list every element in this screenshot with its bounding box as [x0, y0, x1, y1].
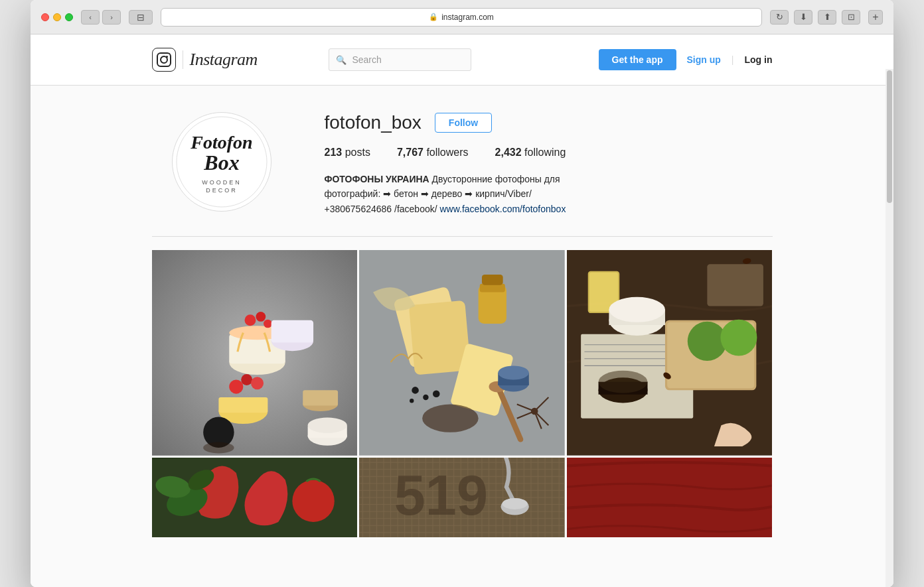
profile-username: fotofon_box	[325, 112, 422, 133]
svg-rect-33	[482, 275, 503, 285]
instagram-wordmark: Instagram	[190, 50, 258, 70]
svg-text:Fotofon: Fotofon	[190, 132, 252, 153]
nav-divider: |	[732, 54, 734, 65]
svg-point-71	[292, 480, 334, 521]
grid-item-2[interactable]	[359, 250, 565, 456]
svg-point-11	[256, 312, 266, 322]
instagram-logo-graphic	[157, 52, 171, 67]
nav-buttons: ‹ ›	[81, 10, 121, 25]
svg-point-38	[410, 399, 414, 403]
get-app-button[interactable]: Get the app	[599, 49, 676, 70]
close-button[interactable]	[41, 13, 49, 21]
profile-info: fotofon_box Follow 213 posts 7,767 follo…	[325, 112, 773, 216]
ig-navbar: Instagram 🔍 Get the app Sign up |	[31, 34, 893, 86]
svg-point-36	[423, 395, 428, 400]
browser-controls-right: ↻ ⬇ ⬆ ⊡ +	[770, 10, 883, 25]
follow-button[interactable]: Follow	[435, 113, 492, 133]
followers-stat: 7,767 followers	[397, 147, 469, 159]
logo-divider	[183, 50, 183, 69]
tab-button[interactable]: ⊟	[129, 10, 153, 25]
search-icon: 🔍	[336, 55, 346, 65]
svg-point-21	[251, 377, 264, 389]
following-stat: 2,432 following	[495, 147, 566, 159]
bio-link[interactable]: www.facebook.com/fotofonbox	[440, 204, 566, 214]
svg-point-12	[264, 320, 272, 328]
ig-nav-actions: Get the app Sign up | Log in	[599, 49, 773, 70]
reload-button[interactable]: ↻	[770, 10, 789, 25]
signup-link[interactable]: Sign up	[687, 54, 721, 65]
svg-point-19	[229, 380, 243, 394]
svg-point-78	[502, 498, 528, 509]
browser-titlebar: ‹ › ⊟ 🔒 instagram.com ↻ ⬇ ⬆ ⊡ +	[31, 0, 893, 34]
posts-stat: 213 posts	[325, 147, 370, 159]
address-bar[interactable]: 🔒 instagram.com	[161, 8, 762, 27]
lock-icon: 🔒	[429, 13, 438, 21]
grid-item-5[interactable]: 519	[359, 458, 565, 537]
svg-point-39	[531, 408, 538, 415]
profile-avatar: Fotofon Box WOODEN DECOR	[172, 112, 271, 212]
instagram-content: Instagram 🔍 Get the app Sign up |	[31, 34, 893, 587]
svg-point-10	[244, 314, 256, 326]
profile-header: fotofon_box Follow	[325, 112, 773, 133]
svg-point-37	[433, 391, 440, 398]
svg-point-59	[720, 320, 757, 356]
traffic-lights	[41, 13, 73, 21]
minimize-button[interactable]	[53, 13, 61, 21]
bio-line3: +380675624686 /facebook/ www.facebook.co…	[325, 202, 643, 216]
instagram-icon	[152, 48, 176, 72]
download-button[interactable]: ⬇	[794, 10, 812, 25]
svg-point-23	[203, 442, 234, 454]
share-button[interactable]: ⬆	[818, 10, 836, 25]
svg-rect-16	[303, 391, 338, 406]
profile-section: Fotofon Box WOODEN DECOR fotofon_box Fol…	[152, 86, 773, 236]
search-input[interactable]	[352, 54, 464, 65]
maximize-button[interactable]	[65, 13, 73, 21]
svg-text:Box: Box	[203, 151, 239, 174]
browser-content: Instagram 🔍 Get the app Sign up |	[31, 34, 893, 587]
bio-line1: Двусторонние фотофоны для	[429, 174, 560, 184]
login-link[interactable]: Log in	[744, 54, 772, 65]
bio-line2: фотографий: ➡ бетон ➡ дерево ➡ кирпич/Vi…	[325, 186, 643, 201]
svg-rect-18	[218, 397, 268, 413]
profile-divider	[152, 236, 773, 237]
grid-item-6[interactable]	[567, 458, 773, 537]
scrollbar[interactable]	[886, 69, 893, 587]
svg-rect-66	[707, 264, 763, 306]
ig-logo-area: Instagram	[152, 48, 258, 72]
profile-bio: ФОТОФОНЫ УКРАИНА Двусторонние фотофоны д…	[325, 172, 643, 216]
svg-point-43	[422, 405, 479, 432]
svg-point-62	[609, 297, 665, 322]
profile-stats: 213 posts 7,767 followers 2,432 followin…	[325, 147, 773, 159]
svg-point-42	[498, 366, 529, 380]
avatar-svg: Fotofon Box WOODEN DECOR	[175, 115, 268, 208]
search-box[interactable]: 🔍	[329, 48, 471, 71]
svg-text:519: 519	[394, 464, 488, 527]
svg-point-35	[412, 387, 419, 394]
svg-rect-14	[271, 320, 313, 343]
forward-button[interactable]: ›	[102, 10, 121, 25]
browser-window: ‹ › ⊟ 🔒 instagram.com ↻ ⬇ ⬆ ⊡ +	[31, 0, 893, 587]
add-tab-button[interactable]: +	[868, 10, 883, 25]
svg-point-26	[307, 418, 346, 433]
back-button[interactable]: ‹	[81, 10, 100, 25]
ig-navbar-inner: Instagram 🔍 Get the app Sign up |	[152, 48, 773, 72]
bio-bold-text: ФОТОФОНЫ УКРАИНА	[325, 174, 429, 184]
scrollbar-thumb[interactable]	[887, 70, 892, 203]
grid-item-1[interactable]	[152, 250, 358, 456]
instagram-page: Instagram 🔍 Get the app Sign up |	[31, 34, 893, 587]
svg-text:WOODEN: WOODEN	[202, 179, 242, 186]
grid-item-3[interactable]	[567, 250, 773, 456]
svg-text:DECOR: DECOR	[206, 187, 238, 194]
grid-item-4[interactable]	[152, 458, 358, 537]
svg-point-20	[241, 374, 252, 385]
photo-grid: 519	[152, 250, 773, 537]
svg-point-65	[598, 371, 647, 393]
url-text: instagram.com	[441, 13, 494, 22]
sidebar-toggle-button[interactable]: ⊡	[842, 10, 860, 25]
